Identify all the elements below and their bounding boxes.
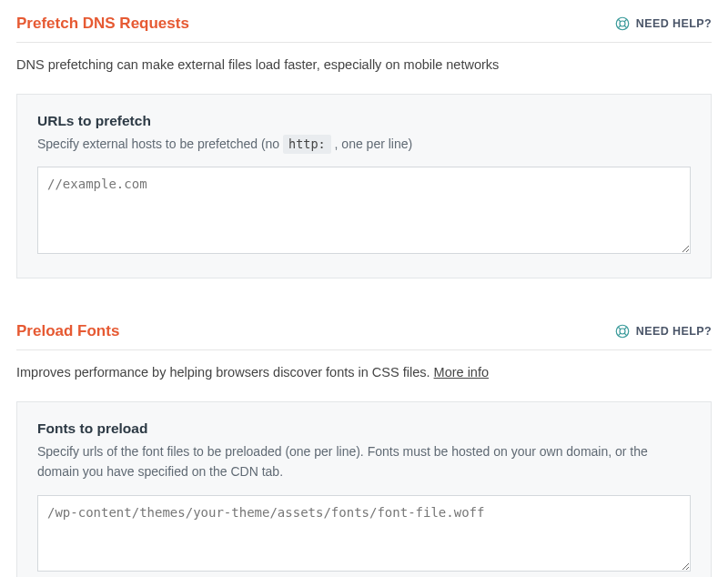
section-description: Improves performance by helping browsers… — [16, 363, 712, 383]
svg-line-11 — [624, 334, 627, 337]
section-header: Preload Fonts NEED HELP? — [16, 322, 712, 350]
section-prefetch-dns: Prefetch DNS Requests NEED HELP? DNS pre… — [16, 15, 712, 278]
more-info-link[interactable]: More info — [434, 365, 489, 380]
svg-line-3 — [624, 19, 627, 22]
need-help-link[interactable]: NEED HELP? — [614, 323, 712, 339]
svg-point-7 — [620, 329, 625, 334]
code-chip-http: http: — [283, 135, 331, 154]
section-title: Prefetch DNS Requests — [16, 15, 189, 33]
panel-urls-to-prefetch: URLs to prefetch Specify external hosts … — [16, 94, 712, 279]
lifebuoy-icon — [614, 15, 631, 32]
section-title: Preload Fonts — [16, 322, 119, 340]
panel-description: Specify external hosts to be prefetched … — [37, 135, 691, 155]
svg-line-5 — [624, 25, 627, 28]
section-preload-fonts: Preload Fonts NEED HELP? Improves perfor… — [16, 322, 712, 577]
panel-fonts-to-preload: Fonts to preload Specify urls of the fon… — [16, 401, 712, 577]
need-help-label: NEED HELP? — [636, 17, 712, 30]
section-description-text: Improves performance by helping browsers… — [16, 365, 434, 380]
need-help-link[interactable]: NEED HELP? — [614, 15, 712, 32]
section-header: Prefetch DNS Requests NEED HELP? — [16, 15, 712, 43]
panel-title: URLs to prefetch — [37, 113, 691, 129]
prefetch-urls-textarea[interactable] — [37, 167, 691, 254]
svg-line-10 — [618, 334, 621, 337]
panel-desc-text-after: , one per line) — [331, 137, 413, 151]
panel-title: Fonts to preload — [37, 420, 691, 437]
panel-description: Specify urls of the font files to be pre… — [37, 442, 691, 481]
svg-line-8 — [618, 328, 621, 330]
lifebuoy-icon — [614, 323, 631, 339]
svg-line-2 — [618, 19, 621, 22]
svg-point-1 — [620, 21, 625, 26]
need-help-label: NEED HELP? — [636, 325, 712, 338]
svg-line-4 — [618, 25, 621, 28]
svg-line-9 — [624, 328, 627, 330]
panel-desc-text-before: Specify external hosts to be prefetched … — [37, 137, 283, 151]
section-description: DNS prefetching can make external files … — [16, 56, 712, 76]
preload-fonts-textarea[interactable] — [37, 495, 691, 572]
